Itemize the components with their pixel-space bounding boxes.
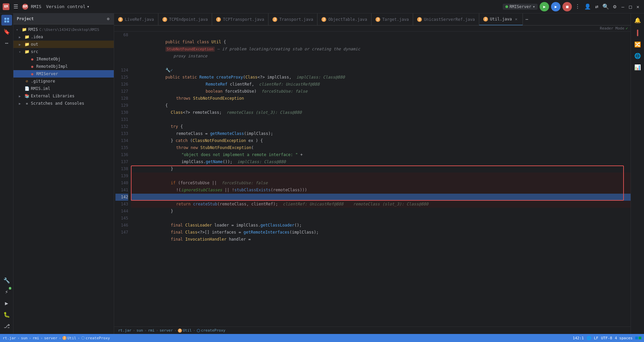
run-config-selector[interactable]: RMIServer ▾ (503, 4, 538, 10)
run-config-status-dot (505, 5, 508, 8)
panel-settings-icon[interactable]: ⚙ (106, 15, 110, 22)
search-everywhere-button[interactable]: 🔍 (601, 2, 610, 11)
line-numbers: 68 124 125 126 127 128 129 130 131 132 1… (114, 32, 131, 327)
tab-util-close[interactable]: ✕ (514, 17, 518, 21)
ln-129: 129 (115, 102, 128, 109)
code-line-134: throw new StubNotFoundException( (131, 137, 631, 144)
rmisiml-icon: 📄 (24, 86, 30, 91)
code-line-136: implClass.getName()); implClass: Class@8… (131, 151, 631, 158)
minimize-button[interactable]: — (620, 3, 626, 10)
tab-util[interactable]: J Util.java ✕ (479, 13, 523, 26)
stop-button[interactable]: ■ (562, 2, 572, 11)
translate-button[interactable]: ⇄ (594, 2, 599, 11)
ln-135: 135 (115, 144, 128, 151)
version-control-label: Version control (46, 4, 85, 9)
tab-objecttable-label: ObjectTable.java (328, 17, 367, 22)
tree-src-name: src (31, 49, 38, 54)
status-encoding[interactable]: UTF-8 (601, 336, 612, 340)
tree-item-scratches[interactable]: ▶ ≡ Scratches and Consoles (13, 100, 114, 107)
sidebar-icon-debug[interactable]: 🐛 (1, 309, 12, 320)
tab-unicastserverref[interactable]: J UnicastServerRef.java (413, 13, 479, 26)
ln-144: 144 (115, 208, 128, 215)
code-line-147: final InvocationHandler handler = (131, 229, 631, 236)
version-control-btn[interactable]: Version control ▾ (44, 3, 91, 10)
more-actions-button[interactable]: ⋮ (574, 2, 581, 11)
right-icon-notifications[interactable]: 🔔 (632, 15, 643, 26)
right-icon-vcs[interactable]: 🔀 (632, 39, 643, 50)
code-area[interactable]: public final class Util { StubNotFoundEx… (131, 32, 631, 327)
code-line-143: } (131, 201, 631, 208)
tree-item-gitignore[interactable]: ⊘ .gitignore (13, 78, 114, 85)
code-line-140: !(ignoreStubClasses || !stubClassExists(… (131, 180, 631, 187)
project-name: RMIS (31, 4, 41, 9)
code-line-128: { (131, 95, 631, 102)
reader-mode-bar: Reader Mode ✓ (114, 26, 631, 32)
ln-136: 136 (115, 151, 128, 158)
hamburger-icon[interactable]: ☰ (12, 2, 19, 11)
tab-tcptransport[interactable]: J TCPTransport.java (212, 13, 268, 26)
tab-transport[interactable]: J Transport.java (268, 13, 317, 26)
sidebar-icon-run[interactable]: ▶ (1, 298, 12, 308)
maximize-button[interactable]: □ (627, 3, 634, 10)
ln-126: 126 (115, 81, 128, 88)
settings-button[interactable]: ⚙ (612, 2, 617, 11)
scratches-icon: ≡ (24, 101, 30, 106)
code-line-145: final ClassLoader loader = implClass.get… (131, 215, 631, 222)
tab-tcpendpoint[interactable]: J TCPEndpoint.java (158, 13, 212, 26)
bc-sep-5: › (193, 328, 195, 333)
profile-button[interactable]: 👤 (583, 2, 592, 11)
ln-127: 127 (115, 88, 128, 95)
right-icon-web[interactable]: 🌐 (632, 50, 643, 61)
tree-item-out[interactable]: ▶ 📁 out (13, 41, 114, 48)
bc-sep-4: › (174, 328, 177, 333)
tree-item-ext-libs[interactable]: ▶ 📚 External Libraries (13, 92, 114, 100)
sidebar-icon-more[interactable]: ⋯ (1, 38, 12, 48)
tab-objecttable[interactable]: J ObjectTable.java (317, 13, 371, 26)
sidebar-icon-plugins[interactable]: 🔧 (1, 275, 12, 286)
tab-liveref[interactable]: J LiveRef.java (114, 13, 158, 26)
sidebar-icon-notifications[interactable]: 1 ⚡ (1, 286, 12, 297)
sidebar-icon-git[interactable]: ⎇ (1, 321, 12, 331)
code-line-blank1 (131, 53, 631, 60)
sidebar-icon-bookmarks[interactable]: 🔖 (1, 26, 12, 37)
src-folder-icon: 📁 (24, 49, 30, 54)
root-folder-icon: 📁 (21, 27, 27, 32)
tree-item-rmiserver[interactable]: ● RMIServer (13, 70, 114, 78)
bc-sep-2: › (144, 328, 147, 333)
right-icon-error[interactable] (632, 28, 643, 38)
code-line-138 (131, 165, 631, 173)
tree-item-idea[interactable]: ▶ 📁 .idea (13, 33, 114, 41)
version-control-arrow: ▾ (87, 4, 90, 9)
tabs-more-button[interactable]: ⋯ (523, 17, 531, 22)
right-icon-structure[interactable]: 📊 (632, 62, 643, 72)
tree-idea-name: .idea (31, 35, 43, 39)
ln-69 (115, 39, 128, 46)
code-line-127: throws StubNotFoundException (131, 88, 631, 95)
ln-131: 131 (115, 116, 128, 123)
status-indent[interactable]: 4 spaces (615, 336, 633, 340)
run-button[interactable]: ▶ (540, 2, 549, 11)
tab-target[interactable]: J Target.java (371, 13, 413, 26)
tree-item-rmis-iml[interactable]: 📄 RMIS.iml (13, 85, 114, 92)
tree-idea-arrow: ▶ (19, 35, 24, 39)
status-bar-left: rt.jar › sun › rmi › server › J Util › ⬡… (3, 336, 570, 340)
window-controls: — □ ✕ (620, 3, 641, 10)
tree-root[interactable]: ▾ 📁 RMIS C:\Users\14341\Desktop\RMIS (13, 26, 114, 33)
tab-liveref-label: LiveRef.java (125, 17, 154, 22)
tree-scratches-arrow: ▶ (19, 102, 24, 105)
breadcrumb-util-icon: J (178, 329, 182, 333)
bc-sep-1: › (133, 328, 135, 333)
tree-item-iremoteobj[interactable]: ● IRemoteObj (13, 55, 114, 63)
tree-item-src[interactable]: ▾ 📁 src (13, 48, 114, 55)
sidebar-icon-project[interactable] (1, 15, 12, 26)
reader-mode-button[interactable]: Reader Mode ✓ (600, 26, 628, 31)
ln-132: 132 (115, 123, 128, 130)
coverage-button[interactable]: ▶ (551, 2, 560, 11)
close-button[interactable]: ✕ (635, 3, 641, 10)
code-line-142: return createStub(remoteClass, clientRef… (131, 194, 631, 201)
ln-ann (115, 60, 128, 67)
status-position[interactable]: 142:1 (573, 336, 584, 340)
tree-gitignore-name: .gitignore (31, 79, 55, 84)
tab-transport-label: Transport.java (279, 17, 313, 22)
tree-item-remoteobjimpl[interactable]: ● RemoteObjImpl (13, 63, 114, 70)
